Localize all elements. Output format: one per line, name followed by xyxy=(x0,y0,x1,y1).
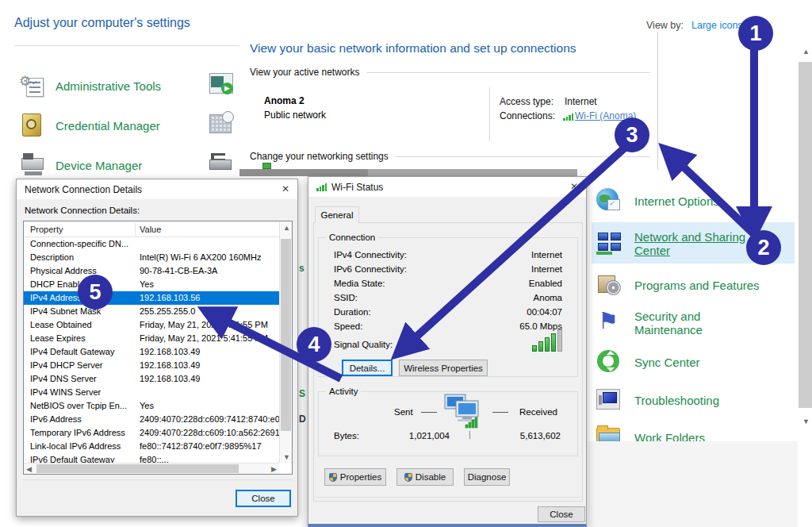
printer-icon[interactable] xyxy=(209,151,236,176)
table-row[interactable]: DescriptionIntel(R) Wi-Fi 6 AX200 160MHz xyxy=(24,251,279,264)
value-cell: 192.168.103.49 xyxy=(140,374,279,383)
table-row[interactable]: IPv4 Subnet Mask255.255.255.0 xyxy=(24,305,279,318)
ncd-close-button[interactable]: Close xyxy=(236,490,291,507)
cp-item-device-manager[interactable]: Device Manager xyxy=(19,151,225,179)
row-value: 00:04:07 xyxy=(527,307,562,317)
scroll-up-icon[interactable]: ▲ xyxy=(283,224,290,232)
bytes-sent-value: 1,021,004 xyxy=(396,431,450,440)
list-vertical-scrollbar[interactable]: ▲ ▼ xyxy=(279,221,292,463)
wifi-status-row: Speed:65.0 Mbps xyxy=(334,321,562,331)
table-row[interactable]: Link-local IPv6 Addressfe80::7412:8740:e… xyxy=(24,440,279,453)
control-panel-right-column: Internet OptionsNetwork and Sharing Cent… xyxy=(588,184,799,441)
table-row[interactable]: IPv4 Default Gateway192.168.103.49 xyxy=(24,345,279,359)
ncd-list-label: Network Connection Details: xyxy=(25,206,140,215)
table-row[interactable]: IPv6 Address2409:4070:228d:c609:7412:874… xyxy=(24,413,279,426)
cp-item-label: Sync Center xyxy=(634,356,765,369)
wifi-anoma-link[interactable]: Wi-Fi (Anoma) xyxy=(575,110,636,121)
row-label: SSID: xyxy=(334,293,358,302)
property-cell: Lease Obtained xyxy=(30,320,135,329)
property-cell: IPv4 WINS Server xyxy=(30,387,135,397)
autoplay-icon[interactable]: ▶ xyxy=(209,73,236,98)
property-cell: IPv4 Address xyxy=(30,293,135,302)
cp-item-label: Internet Options xyxy=(634,194,765,208)
cp-item-programs-and-features[interactable]: Programs and Features xyxy=(596,271,795,298)
sync-icon xyxy=(596,349,623,375)
network-sharing-center-window: View your basic network information and … xyxy=(239,32,658,170)
property-cell: Description xyxy=(30,252,135,262)
date-time-icon[interactable] xyxy=(209,111,236,137)
cp-item-sync-center[interactable]: Sync Center xyxy=(596,348,795,375)
table-row[interactable]: IPv4 DHCP Server192.168.103.49 xyxy=(24,359,279,372)
table-row[interactable]: Connection-specific DN... xyxy=(24,237,279,251)
diagnose-button[interactable]: Diagnose xyxy=(464,468,510,486)
access-type-value: Internet xyxy=(565,96,597,107)
cp-item-administrative-tools[interactable]: ⚙Administrative Tools xyxy=(19,71,225,100)
close-icon[interactable]: ✕ xyxy=(282,183,289,194)
wifi-status-dialog: Wi-Fi Status ✕ General Connection Signal… xyxy=(308,176,587,527)
cp-item-troubleshooting[interactable]: Troubleshooting xyxy=(596,387,795,414)
table-row[interactable]: NetBIOS over Tcpip En...Yes xyxy=(24,399,279,413)
wifi-status-row: Duration:00:04:07 xyxy=(334,307,562,317)
properties-button[interactable]: Properties xyxy=(324,468,386,486)
property-cell: NetBIOS over Tcpip En... xyxy=(30,401,135,410)
table-row[interactable]: Temporary IPv6 Address2409:4070:228d:c60… xyxy=(24,426,279,440)
list-horizontal-scrollbar[interactable]: ◀ ▶ xyxy=(24,463,279,474)
scroll-down-icon[interactable]: ▼ xyxy=(802,417,810,425)
col-property: Property xyxy=(30,225,63,234)
change-settings-section: Change your networking settings xyxy=(250,151,650,162)
device-icon xyxy=(19,152,46,178)
table-row[interactable]: DHCP EnabledYes xyxy=(24,278,279,291)
cp-item-credential-manager[interactable]: Credential Manager xyxy=(19,111,225,140)
value-cell: 192.168.103.56 xyxy=(140,293,279,302)
table-row[interactable]: Physical Address90-78-41-CB-EA-3A xyxy=(24,264,279,278)
property-cell: IPv4 Subnet Mask xyxy=(30,306,135,316)
property-cell: Lease Expires xyxy=(30,333,135,343)
wifi-close-button[interactable]: Close xyxy=(538,506,585,522)
scrollbar-thumb[interactable] xyxy=(36,464,239,473)
table-row[interactable]: Lease ObtainedFriday, May 21, 2021 4:41:… xyxy=(24,318,279,332)
cp-item-work-folders[interactable]: Work Folders xyxy=(596,424,795,441)
access-type-label: Access type: xyxy=(500,96,553,107)
wifi-title: Wi-Fi Status xyxy=(308,177,586,197)
row-value: Enabled xyxy=(529,279,562,288)
row-value: Anoma xyxy=(534,293,562,302)
scroll-down-icon[interactable]: ▼ xyxy=(283,453,290,461)
table-row[interactable]: Lease ExpiresFriday, May 21, 2021 5:41:5… xyxy=(24,332,279,345)
view-by-dropdown[interactable]: Large icons xyxy=(691,20,743,31)
table-row[interactable]: IPv4 Address192.168.103.56 xyxy=(24,291,279,305)
cp-item-internet-options[interactable]: Internet Options xyxy=(596,187,795,214)
ncd-property-list[interactable]: Property Value Connection-specific DN...… xyxy=(23,221,293,475)
connections-label: Connections: xyxy=(500,110,555,121)
tab-general[interactable]: General xyxy=(315,206,359,223)
property-cell: Link-local IPv6 Address xyxy=(30,441,135,451)
details-button[interactable]: Details... xyxy=(342,360,393,376)
occluded-text-fragment: D xyxy=(299,414,306,425)
scrollbar-thumb[interactable] xyxy=(281,239,291,431)
main-window-scrollbar[interactable]: ▲ ▼ xyxy=(799,46,812,435)
value-cell: Friday, May 21, 2021 5:41:55 PM xyxy=(140,333,279,343)
cp-item-network-and-sharing-center[interactable]: Network and Sharing Center xyxy=(596,225,795,262)
close-icon[interactable]: ✕ xyxy=(570,181,578,192)
scroll-up-icon[interactable]: ▲ xyxy=(802,48,810,56)
cp-item-label: Programs and Features xyxy=(634,279,765,292)
table-row[interactable]: IPv4 DNS Server192.168.103.49 xyxy=(24,372,279,386)
dash xyxy=(492,412,508,413)
scrollbar-thumb[interactable] xyxy=(799,62,812,408)
screenshot-root: Adjust your computer's settings View by:… xyxy=(0,0,812,527)
property-cell: DHCP Enabled xyxy=(30,279,135,289)
property-cell: IPv4 Default Gateway xyxy=(30,347,135,356)
wifi-status-row: Media State:Enabled xyxy=(334,279,562,288)
disable-button[interactable]: Disable xyxy=(396,468,454,486)
table-row[interactable]: IPv6 Default Gatewayfe80::... xyxy=(24,453,279,463)
chevron-down-icon: ▼ xyxy=(752,22,759,30)
globe-icon xyxy=(596,188,623,213)
wireless-properties-button[interactable]: Wireless Properties xyxy=(399,360,488,376)
scroll-left-icon[interactable]: ◀ xyxy=(26,465,32,473)
uac-shield-icon xyxy=(329,473,337,482)
table-row[interactable]: IPv4 WINS Server xyxy=(24,386,279,399)
active-networks-section: View your active networks xyxy=(250,67,650,78)
cp-item-security-and-maintenance[interactable]: ⚑Security and Maintenance xyxy=(596,310,795,337)
change-settings-label: Change your networking settings xyxy=(250,151,389,162)
signal-quality-label: Signal Quality: xyxy=(334,340,393,349)
scroll-right-icon[interactable]: ▶ xyxy=(271,465,277,473)
